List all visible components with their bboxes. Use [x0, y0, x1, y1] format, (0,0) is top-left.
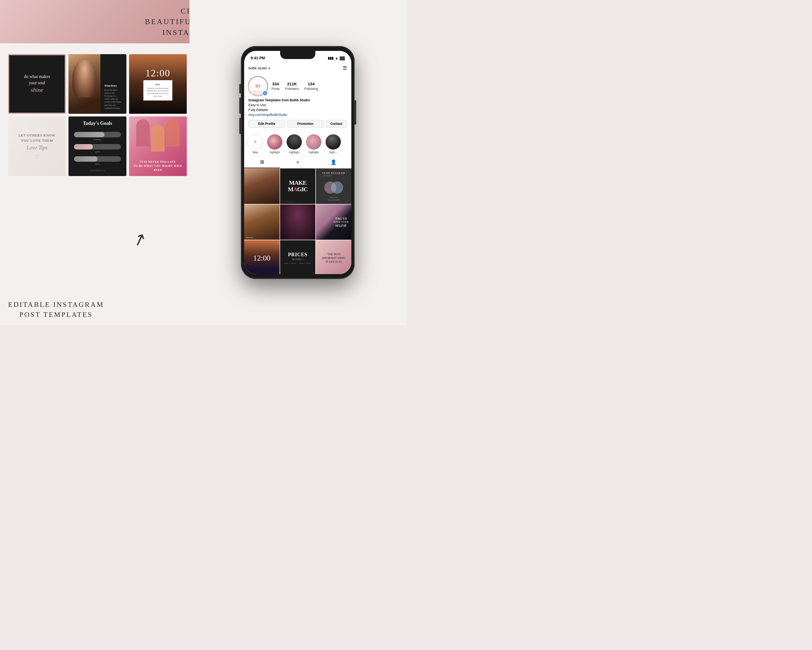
card-goals: Today's Goals laundry gym relax #YOURSID…	[69, 116, 126, 176]
ig-username[interactable]: boltik.studio ∨	[249, 66, 271, 70]
template-grid: do what makes your soul shine #OurStory …	[8, 54, 187, 176]
card-pink-quote: IT IS NEVER TOO LATE TO BE WHAT YOU MIGH…	[129, 116, 187, 176]
grid-cell-9: "THE MOST IMPORTANT THING IN LIFE IS TO	[316, 240, 351, 274]
tab-list[interactable]: ≡	[280, 156, 316, 168]
ig-menu-icon[interactable]: ☰	[343, 65, 347, 71]
grid-cell-1	[244, 168, 279, 204]
grid-cell-3: VENN DIAGRAM Life Purpose What I love Wh…	[316, 168, 351, 204]
phone-notch	[280, 51, 315, 59]
ig-highlight-new[interactable]: + New	[247, 134, 263, 154]
edit-profile-button[interactable]: Edit Profile	[249, 120, 285, 128]
promotion-button[interactable]: Promotion	[287, 120, 324, 128]
phone: 9:41 PM ▮▮▮ ▲ ▓▓ boltik.studio ∨ ☰	[241, 46, 354, 279]
ig-avatar-plus[interactable]: +	[262, 90, 268, 96]
left-area: do what makes your soul shine #OurStory …	[0, 43, 195, 325]
phone-btn-vol-down	[239, 118, 241, 134]
ig-highlight-2[interactable]: highlight	[286, 134, 302, 154]
ig-profile: BS DESIGN STUDIO + 334 Posts 211K Follow…	[244, 73, 351, 131]
phone-screen: 9:41 PM ▮▮▮ ▲ ▓▓ boltik.studio ∨ ☰	[244, 51, 351, 274]
grid-cell-5	[280, 205, 316, 240]
phone-btn-power	[354, 100, 356, 125]
tab-grid[interactable]: ⊞	[244, 156, 280, 168]
ig-stats: 334 Posts 211K Followers 134 Following	[272, 81, 318, 91]
phone-btn-mute	[239, 84, 241, 93]
phone-btn-vol-up	[239, 98, 241, 114]
ig-actions: Edit Profile Promotion Contact	[249, 120, 347, 128]
status-icons: ▮▮▮ ▲ ▓▓	[328, 56, 345, 60]
grid-cell-8: PRICES HEADING 1 Style 1... $50/hr Style…	[280, 240, 316, 274]
contact-button[interactable]: Contact	[326, 120, 347, 128]
grid-cell-4: What Story...	[244, 205, 279, 240]
status-time: 9:41 PM	[250, 56, 265, 60]
grid-cell-2: MAKE MAGIC #LOVENETRAL	[280, 168, 316, 204]
ig-photo-grid: MAKE MAGIC #LOVENETRAL VENN DIAGRAM Life…	[244, 168, 351, 274]
wifi-icon: ▲	[335, 56, 338, 60]
grid-cell-6: TAG US WITH YOUR Selfie	[316, 205, 351, 240]
ig-highlight-4[interactable]: highl...	[325, 134, 341, 154]
battery-icon: ▓▓	[340, 56, 345, 60]
ig-header: boltik.studio ∨ ☰	[244, 63, 351, 73]
right-area: 9:41 PM ▮▮▮ ▲ ▓▓ boltik.studio ∨ ☰	[189, 0, 406, 325]
ig-tabs: ⊞ ≡ 👤	[244, 156, 351, 168]
ig-avatar: BS DESIGN STUDIO +	[249, 76, 267, 96]
card-clock: 12:00 Now Whenever you find yourself dou…	[129, 54, 187, 114]
card-love-tips: LET OTHERS KNOW YOU LOVE THEM Love Tips …	[8, 116, 66, 176]
card-shine: do what makes your soul shine	[8, 54, 66, 114]
ig-highlight-1[interactable]: highlight	[267, 134, 282, 154]
signal-icon: ▮▮▮	[328, 56, 333, 60]
ig-highlights: + New highlight highlight	[244, 131, 351, 156]
card-couple: #OurStory Everyone has a story to tell. …	[69, 54, 126, 114]
bottom-left-text: EDITABLE INSTAGRAM POST TEMPLATES	[8, 300, 104, 320]
ig-highlight-3[interactable]: highlight	[306, 134, 322, 154]
tab-tagged[interactable]: 👤	[316, 156, 351, 168]
grid-cell-7: 12:00	[244, 240, 279, 274]
ig-bio: Instagram Templates from Boltik Studio E…	[249, 98, 347, 117]
